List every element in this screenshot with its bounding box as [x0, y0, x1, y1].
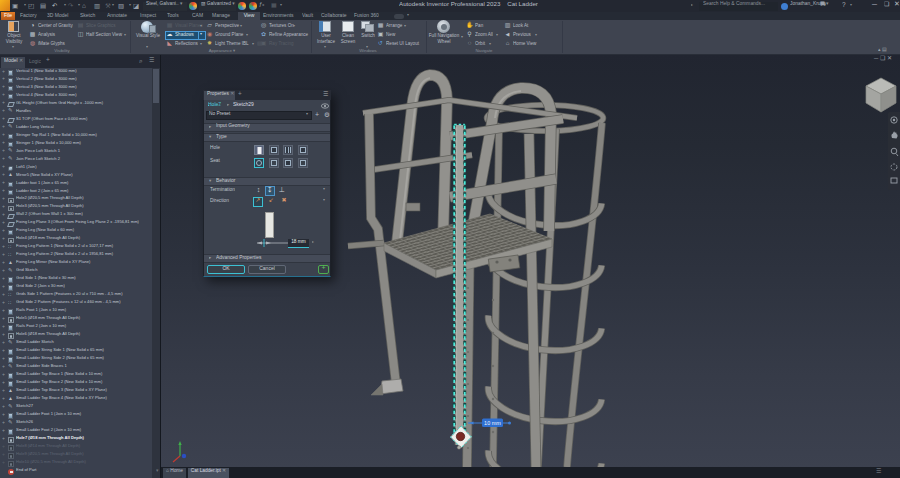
svg-text:10 mm: 10 mm	[484, 420, 501, 426]
